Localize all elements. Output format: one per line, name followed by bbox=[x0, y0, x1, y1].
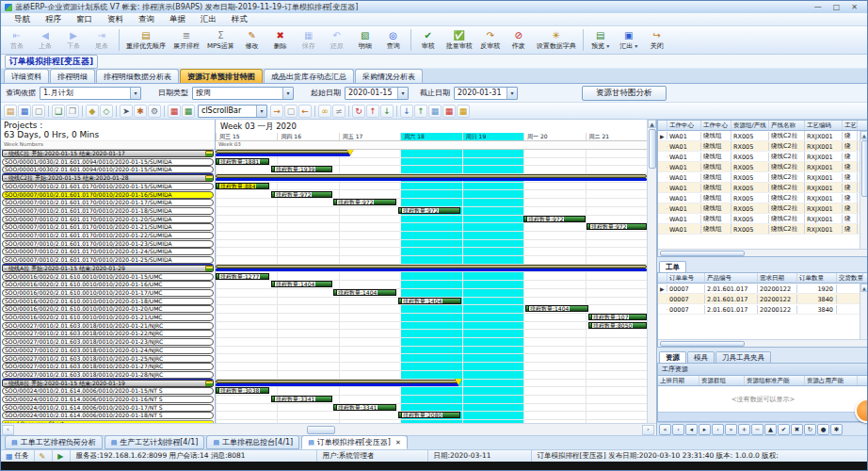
task-row[interactable]: SOO/00027/0010/2.01.603.0018/0010/2020-0… bbox=[2, 330, 214, 337]
resource-grid-row[interactable]: WA01绕线组RX005绕线C2拉RXJX001绕 bbox=[658, 141, 860, 152]
open-icon[interactable]: ▤ bbox=[4, 105, 17, 118]
column-header-0[interactable]: 订单单号 bbox=[667, 273, 705, 283]
scroll-left-icon[interactable]: ‹ bbox=[2, 425, 14, 435]
chevron-down-icon[interactable]: ▾ bbox=[256, 106, 266, 117]
resource-gantt-analyze-button[interactable]: 资源甘特图分析 bbox=[582, 86, 667, 101]
scroll-right-icon[interactable]: › bbox=[642, 425, 654, 435]
end-date-input[interactable]: 2020-01-31 ▾ bbox=[454, 87, 518, 100]
mps-calc-button[interactable]: ΣMPS运算 bbox=[203, 26, 238, 54]
query-basis-select[interactable]: 1.月计划 ▾ bbox=[40, 87, 141, 100]
summary-bar[interactable] bbox=[216, 150, 350, 157]
tab-3[interactable]: 资源订单预排甘特图 bbox=[180, 69, 263, 83]
chevron-down-icon[interactable]: ▾ bbox=[130, 88, 140, 99]
task-row[interactable]: SOO/00007/0010/2.01.601.0170/0010/2020-0… bbox=[2, 183, 214, 190]
menu-item-0[interactable]: 导航 bbox=[7, 13, 38, 25]
db-next-icon[interactable]: ▸ bbox=[699, 424, 711, 435]
column-header-0[interactable]: 上班日期 bbox=[658, 376, 699, 385]
workorder-row[interactable]: ▶000072.01.601.017202001221920 bbox=[658, 284, 860, 294]
resource-grid-row[interactable]: WA01绕线组RX005绕线C2拉RXJX001绕 bbox=[658, 162, 860, 172]
task-row[interactable]: SOO/00024/0010/2.01.614.0006/0010/2020-0… bbox=[2, 387, 214, 395]
start-date-input[interactable]: 2020-01-15 ▾ bbox=[345, 87, 409, 100]
task-bar[interactable]: 排程数量:1881 bbox=[216, 158, 269, 165]
task-bar[interactable]: 排程数量:107 bbox=[588, 314, 647, 320]
pointer-icon[interactable]: ➤ bbox=[120, 105, 133, 118]
task-bar[interactable]: 排程数量:1939 bbox=[271, 166, 332, 172]
scrollbar-thumb[interactable] bbox=[660, 341, 745, 347]
add-page-icon[interactable]: ❑ bbox=[52, 105, 65, 118]
task-bar[interactable]: 排程数量:3341 bbox=[271, 396, 332, 402]
task-row[interactable]: SOO/00024/0010/2.01.614.0006/0010/2020-0… bbox=[2, 404, 214, 412]
detail-tab-0[interactable]: 资源 bbox=[659, 351, 686, 363]
chevron-down-icon[interactable]: ▾ bbox=[397, 88, 408, 99]
task-row[interactable]: SOO/00024/0010/2.01.614.0006/0010/2020-0… bbox=[2, 412, 214, 419]
resource-grid-row[interactable]: WA01绕线组RX005绕线C2拉RXJX001绕 bbox=[658, 214, 860, 224]
task-bar[interactable]: 排程数量:2080 bbox=[398, 412, 460, 418]
page2-icon[interactable]: ▢ bbox=[284, 105, 297, 118]
task-row[interactable]: SOO/00007/0010/2.01.601.0170/0010/2020-0… bbox=[2, 223, 214, 231]
edit-status-icon[interactable]: ✎ bbox=[35, 450, 54, 462]
expand-schedule-button[interactable]: ≣展开排程 bbox=[169, 26, 203, 54]
task-bar[interactable]: 排程数量:1404 bbox=[398, 298, 461, 304]
batch-approve-button[interactable]: ✅批量审核 bbox=[442, 26, 476, 54]
arrow-up-icon[interactable]: ↑ bbox=[414, 105, 427, 118]
dropdown-arrow-icon[interactable]: ▾ bbox=[606, 42, 609, 49]
task-row[interactable]: SOO/00007/0010/2.01.601.0170/0010/2020-0… bbox=[2, 191, 214, 199]
workorder-row[interactable]: 000072.01.601.017202001223840 bbox=[658, 304, 860, 315]
delete-button[interactable]: ✖删除 bbox=[266, 26, 295, 54]
db-edit-icon[interactable]: ▲ bbox=[764, 424, 777, 435]
menu-item-2[interactable]: 窗口 bbox=[69, 13, 100, 25]
arrow-down-icon[interactable]: ↓ bbox=[400, 105, 413, 118]
sort-up-icon[interactable]: ↑ bbox=[366, 105, 379, 118]
column-header-1[interactable]: 资源群组 bbox=[699, 376, 745, 385]
db-refresh-icon[interactable]: ↻ bbox=[804, 424, 816, 435]
tab-0[interactable]: 详细资料 bbox=[4, 69, 49, 83]
scroll-up-icon[interactable]: ▲ bbox=[860, 131, 868, 139]
task-row[interactable]: SOO/00016/0020/2.01.610.0010/0010/2020-0… bbox=[2, 298, 214, 305]
sort-down-icon[interactable]: ↓ bbox=[380, 105, 394, 118]
resource-grid-hscrollbar[interactable] bbox=[658, 249, 868, 256]
column-header-3[interactable]: 产线名称 bbox=[769, 121, 805, 130]
task-row[interactable]: SOO/00016/0020/2.01.610.0010/0010/2020-0… bbox=[2, 289, 214, 297]
task-row[interactable]: SOO/00007/0010/2.01.601.0170/0010/2020-0… bbox=[2, 256, 214, 264]
task-row[interactable]: SOO/00016/0020/2.01.610.0010/0010/2020-0… bbox=[2, 273, 214, 281]
resource-grid-row[interactable]: WA01绕线组RX005绕线C2拉RXJX001绕 bbox=[658, 193, 860, 203]
task-row[interactable]: SOO/00016/0020/2.01.610.0010/0010/2020-0… bbox=[2, 314, 214, 321]
db-cancel-icon[interactable]: ✖ bbox=[791, 424, 803, 435]
gantt-horizontal-scrollbar[interactable]: ‹ › bbox=[1, 423, 656, 435]
lock-icon[interactable]: ◆ bbox=[86, 105, 99, 118]
resource-grid-row[interactable]: WA01绕线组RX005绕线C2拉RXJX001绕 bbox=[658, 183, 860, 193]
tab-2[interactable]: 排程明细数据分析表 bbox=[96, 69, 179, 83]
resource-grid-row[interactable]: WA01绕线组RX005绕线C2拉RXJX001绕 bbox=[658, 172, 860, 183]
task-row[interactable]: SOO/00007/0010/2.01.601.0170/0010/2020-0… bbox=[2, 199, 214, 206]
hand-icon[interactable]: ✱ bbox=[134, 105, 147, 118]
tab-1[interactable]: 排程明细 bbox=[50, 69, 95, 83]
resource-grid-row[interactable]: WA01绕线组RX005绕线C2拉RXJX001绕 bbox=[658, 224, 860, 235]
dropdown-arrow-icon[interactable]: ▾ bbox=[635, 42, 637, 49]
date-type-select[interactable]: 按周 ▾ bbox=[192, 87, 294, 100]
scroll-mode-select[interactable]: clScrollBar▾ bbox=[198, 105, 267, 118]
chevron-down-icon[interactable]: ▾ bbox=[282, 88, 293, 99]
task-row[interactable]: SOO/00007/0010/2.01.601.0170/0010/2020-0… bbox=[2, 232, 214, 239]
scroll-up-icon[interactable]: ▲ bbox=[860, 284, 868, 292]
gantt-body[interactable]: 排程数量:1881排程数量:1939排程数量:884排程数量:972排程数量:9… bbox=[216, 150, 647, 423]
resource-grid-row[interactable]: WA01绕线组RX005绕线C2拉RXJX001绕 bbox=[658, 203, 860, 214]
mdi-tab-3[interactable]: ▤订单模拟排程[变压器]✕ bbox=[301, 435, 408, 449]
task-row[interactable]: SOO/00016/0020/2.01.610.0010/0010/2020-0… bbox=[2, 305, 214, 313]
menu-item-7[interactable]: 样式 bbox=[224, 13, 255, 25]
calendar-yellow-icon[interactable]: ▦ bbox=[457, 105, 470, 118]
task-bar[interactable]: 排程数量:1404 bbox=[525, 305, 588, 312]
query-button[interactable]: ◎查询 bbox=[379, 26, 408, 54]
task-row[interactable]: SOO/00027/0010/2.01.603.0018/0010/2020-0… bbox=[2, 322, 214, 330]
calendar-check-icon[interactable]: ▦ bbox=[182, 105, 195, 118]
db-prior-page-icon[interactable]: ‹ bbox=[672, 424, 684, 435]
task-bar[interactable]: 排程数量:972 bbox=[271, 191, 332, 198]
db-filter-icon[interactable]: ✱ bbox=[830, 424, 843, 435]
column-header-1[interactable]: 产品编号 bbox=[705, 273, 758, 283]
task-row[interactable]: SOO/00027/0010/2.01.603.0018/0010/2020-0… bbox=[2, 338, 214, 346]
task-row[interactable]: SOO/00027/0010/2.01.603.0018/0010/2020-0… bbox=[2, 363, 214, 370]
reorder-priority-button[interactable]: ▤重排优先顺序 bbox=[122, 26, 169, 54]
mdi-tab-1[interactable]: ▤生产工艺计划排程[4/1] bbox=[104, 435, 205, 449]
task-bar[interactable]: 排程数量:972 bbox=[333, 199, 396, 205]
column-header-2[interactable]: 资源组标准产能 bbox=[745, 376, 805, 385]
minimize-button[interactable]: — bbox=[814, 3, 822, 11]
